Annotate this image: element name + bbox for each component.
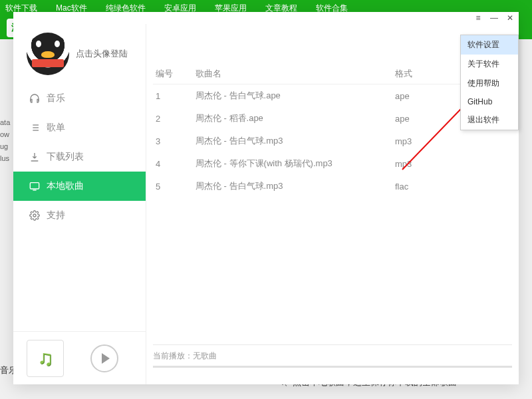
sidebar-item-support[interactable]: 支持 bbox=[13, 201, 146, 230]
download-icon bbox=[29, 152, 40, 162]
svg-point-8 bbox=[33, 214, 36, 217]
player-bar: ♫ bbox=[13, 331, 146, 384]
music-app-window: ≡ — ✕ 点击头像登陆 音乐 歌单 下载列表 bbox=[13, 12, 519, 384]
menu-exit[interactable]: 退出软件 bbox=[461, 110, 518, 130]
list-icon bbox=[29, 122, 40, 133]
cell-fmt: ape bbox=[392, 107, 459, 130]
cell-fmt: mp3 bbox=[392, 152, 459, 175]
cell-name: 周杰伦 - 告白气球.mp3 bbox=[193, 175, 392, 198]
headphones-icon bbox=[29, 93, 40, 104]
cell-name: 周杰伦 - 稻香.ape bbox=[193, 107, 392, 130]
avatar-penguin-icon bbox=[27, 33, 69, 75]
cell-name: 周杰伦 - 告白气球.ape bbox=[193, 84, 392, 108]
album-art: ♫ bbox=[27, 340, 64, 377]
play-icon bbox=[102, 353, 110, 364]
sidebar-label: 下载列表 bbox=[47, 151, 84, 163]
cell-name: 周杰伦 - 等你下课(with 杨瑞代).mp3 bbox=[193, 152, 392, 175]
minimize-icon[interactable]: — bbox=[489, 13, 499, 23]
sidebar-item-music[interactable]: 音乐 bbox=[13, 84, 146, 113]
sidebar: 点击头像登陆 音乐 歌单 下载列表 本地歌曲 支持 bbox=[13, 24, 146, 384]
table-row[interactable]: 2 周杰伦 - 稻香.ape ape bbox=[153, 107, 512, 130]
sidebar-label: 歌单 bbox=[47, 122, 65, 134]
cell-name: 周杰伦 - 告白气球.mp3 bbox=[193, 130, 392, 152]
song-table: 编号 歌曲名 格式 是否有歌词 1 周杰伦 - 告白气球.ape ape 2 周… bbox=[153, 64, 512, 198]
cell-fmt: ape bbox=[392, 84, 459, 108]
cell-fmt: flac bbox=[392, 175, 459, 198]
cell-lyrics bbox=[459, 130, 512, 152]
cell-lyrics bbox=[459, 152, 512, 175]
cell-lyrics bbox=[459, 175, 512, 198]
gear-icon bbox=[29, 210, 40, 221]
col-name[interactable]: 歌曲名 bbox=[193, 64, 392, 84]
menu-about[interactable]: 关于软件 bbox=[461, 55, 518, 74]
settings-menu: 软件设置 关于软件 使用帮助 GitHub 退出软件 bbox=[460, 35, 519, 130]
cell-idx: 2 bbox=[153, 107, 193, 130]
sidebar-item-downloads[interactable]: 下载列表 bbox=[13, 142, 146, 172]
window-titlebar: ≡ — ✕ bbox=[13, 12, 519, 24]
avatar-block[interactable]: 点击头像登陆 bbox=[13, 24, 146, 84]
sidebar-label: 本地歌曲 bbox=[47, 180, 84, 192]
cell-idx: 4 bbox=[153, 152, 193, 175]
cell-idx: 3 bbox=[153, 130, 193, 152]
table-row[interactable]: 3 周杰伦 - 告白气球.mp3 mp3 bbox=[153, 130, 512, 152]
sidebar-label: 支持 bbox=[47, 209, 65, 221]
svg-rect-6 bbox=[30, 183, 39, 189]
menu-software-settings[interactable]: 软件设置 bbox=[461, 35, 518, 55]
play-button[interactable] bbox=[90, 344, 118, 372]
avatar-label: 点击头像登陆 bbox=[76, 48, 128, 60]
table-row[interactable]: 4 周杰伦 - 等你下课(with 杨瑞代).mp3 mp3 bbox=[153, 152, 512, 175]
cell-idx: 5 bbox=[153, 175, 193, 198]
col-format[interactable]: 格式 bbox=[392, 64, 459, 84]
progress-bar[interactable] bbox=[153, 366, 512, 368]
sidebar-label: 音乐 bbox=[47, 92, 65, 104]
menu-icon[interactable]: ≡ bbox=[473, 13, 483, 23]
table-row[interactable]: 5 周杰伦 - 告白气球.mp3 flac bbox=[153, 175, 512, 198]
col-index[interactable]: 编号 bbox=[153, 64, 193, 84]
monitor-icon bbox=[29, 181, 40, 192]
menu-help[interactable]: 使用帮助 bbox=[461, 74, 518, 93]
now-playing: 当前播放：无歌曲 bbox=[153, 344, 512, 384]
table-row[interactable]: 1 周杰伦 - 告白气球.ape ape bbox=[153, 84, 512, 108]
close-icon[interactable]: ✕ bbox=[505, 13, 515, 23]
sidebar-item-local[interactable]: 本地歌曲 bbox=[13, 172, 146, 201]
sidebar-item-playlist[interactable]: 歌单 bbox=[13, 113, 146, 142]
menu-github[interactable]: GitHub bbox=[461, 93, 518, 110]
cell-idx: 1 bbox=[153, 84, 193, 108]
cell-fmt: mp3 bbox=[392, 130, 459, 152]
music-note-icon: ♫ bbox=[37, 346, 53, 370]
bg-fragment: ata ow ug lus bbox=[0, 116, 10, 164]
